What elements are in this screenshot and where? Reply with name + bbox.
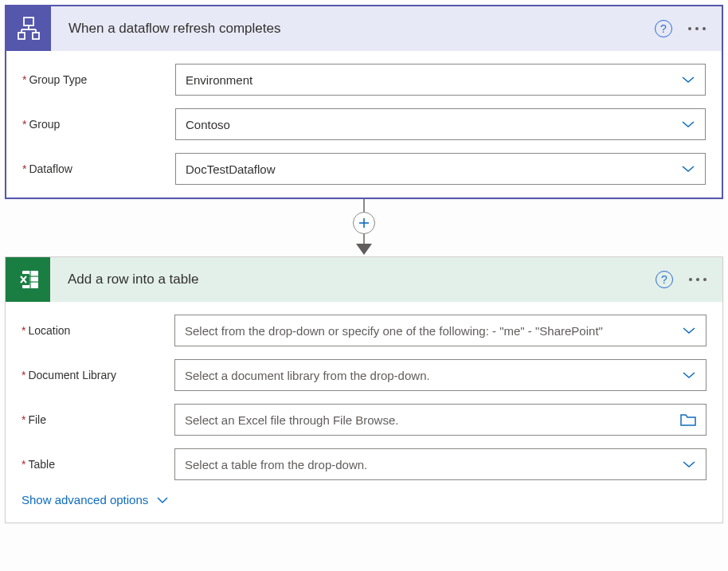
field-placeholder: Select a table from the drop-down. [185,458,675,471]
field-label: *Document Library [22,369,174,381]
chevron-down-icon [681,164,695,174]
trigger-body: *Group Type Environment *Group Contoso *… [6,51,722,198]
action-card: Add a row into a table ? *Location Selec… [5,256,723,523]
field-file: *File Select an Excel file through File … [22,404,706,436]
show-advanced-link[interactable]: Show advanced options [22,493,706,506]
excel-icon [6,257,50,302]
field-value: DocTestDataflow [186,162,675,176]
show-advanced-label: Show advanced options [22,493,148,506]
dataflow-icon [6,6,51,51]
location-select[interactable]: Select from the drop-down or specify one… [174,315,706,346]
field-label: *Table [22,458,174,471]
field-table: *Table Select a table from the drop-down… [22,448,706,480]
file-browse[interactable]: Select an Excel file through File Browse… [174,404,706,436]
field-document-library: *Document Library Select a document libr… [22,359,706,391]
table-select[interactable]: Select a table from the drop-down. [174,448,706,480]
help-icon[interactable]: ? [656,271,673,288]
field-placeholder: Select an Excel file through File Browse… [185,413,674,427]
field-label: *Group [22,118,175,131]
connector [5,199,723,256]
svg-rect-6 [33,33,39,39]
action-header[interactable]: Add a row into a table ? [6,257,722,302]
field-label: *Dataflow [22,162,175,175]
field-placeholder: Select a document library from the drop-… [185,369,675,382]
chevron-down-icon [156,493,169,506]
group-type-select[interactable]: Environment [175,64,706,96]
trigger-card: When a dataflow refresh completes ? *Gro… [5,5,723,199]
chevron-down-icon [682,326,696,335]
chevron-down-icon [681,75,695,84]
action-title: Add a row into a table [50,272,656,287]
field-dataflow: *Dataflow DocTestDataflow [22,153,706,185]
connector-line [363,199,365,212]
trigger-title: When a dataflow refresh completes [51,21,655,37]
document-library-select[interactable]: Select a document library from the drop-… [174,359,706,391]
field-location: *Location Select from the drop-down or s… [22,315,706,346]
arrow-down-icon [356,244,372,255]
help-icon[interactable]: ? [655,20,672,37]
field-group: *Group Contoso [22,108,706,140]
folder-icon [680,413,696,427]
field-placeholder: Select from the drop-down or specify one… [185,324,675,338]
svg-rect-0 [24,18,33,25]
field-group-type: *Group Type Environment [22,64,706,96]
more-menu-icon[interactable] [687,275,708,284]
field-value: Contoso [186,118,675,131]
connector-line [363,234,365,244]
chevron-down-icon [682,460,696,469]
group-select[interactable]: Contoso [175,108,706,140]
trigger-header[interactable]: When a dataflow refresh completes ? [6,6,722,51]
chevron-down-icon [681,119,695,129]
field-label: *Location [22,324,174,337]
field-value: Environment [186,73,675,87]
dataflow-select[interactable]: DocTestDataflow [175,153,706,185]
add-step-button[interactable] [353,212,375,234]
action-body: *Location Select from the drop-down or s… [6,302,722,522]
field-label: *Group Type [22,73,175,86]
field-label: *File [22,413,174,426]
chevron-down-icon [682,370,696,380]
svg-rect-5 [18,33,25,39]
more-menu-icon[interactable] [687,24,707,33]
